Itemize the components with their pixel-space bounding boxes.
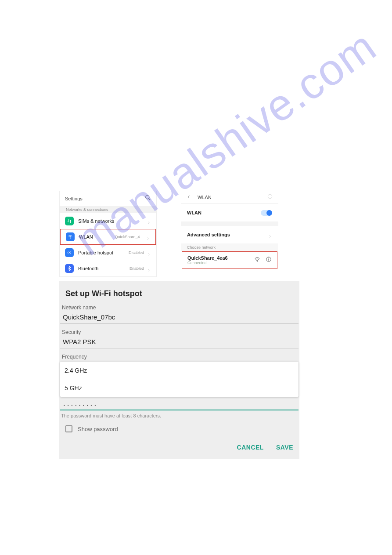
- cancel-button[interactable]: CANCEL: [237, 444, 264, 451]
- network-name-input[interactable]: QuickShare_07bc: [60, 312, 298, 324]
- row-label: Bluetooth: [78, 266, 129, 271]
- dialog-title: Set up Wi-Fi hotspot: [59, 287, 299, 304]
- row-bluetooth[interactable]: Bluetooth Enabled: [60, 261, 156, 276]
- wifi-icon: [66, 232, 75, 241]
- settings-title: Settings: [65, 196, 83, 201]
- frequency-dropdown: 2.4 GHz 5 GHz: [60, 362, 298, 397]
- row-label: Portable hotspot: [78, 250, 129, 255]
- chevron-right-icon: [147, 219, 151, 223]
- hotspot-dialog: Set up Wi-Fi hotspot Network name QuickS…: [59, 281, 299, 459]
- row-value: Disabled: [129, 250, 144, 255]
- advanced-settings-row[interactable]: Advanced settings: [181, 226, 278, 243]
- wlan-toggle-row: WLAN: [181, 204, 278, 221]
- chevron-right-icon: [147, 266, 151, 271]
- password-hint: The password must have at least 8 charac…: [59, 410, 299, 421]
- svg-point-3: [69, 252, 70, 253]
- frequency-option-5[interactable]: 5 GHz: [60, 379, 298, 397]
- svg-point-2: [70, 238, 71, 239]
- password-input[interactable]: •••••••••: [60, 400, 298, 410]
- wlan-toggle[interactable]: [261, 210, 272, 216]
- row-wlan[interactable]: WLAN QuickShare_4...: [60, 229, 156, 245]
- show-password-label: Show password: [78, 426, 118, 432]
- network-info: QuickShare_4ea6 Connected: [187, 255, 254, 265]
- refresh-icon[interactable]: [267, 193, 273, 201]
- svg-point-4: [257, 261, 257, 261]
- network-row[interactable]: QuickShare_4ea6 Connected: [182, 251, 277, 269]
- chevron-right-icon: [268, 232, 272, 237]
- svg-line-1: [149, 199, 151, 200]
- row-value: Enabled: [129, 266, 144, 271]
- security-select[interactable]: WPA2 PSK: [60, 336, 298, 348]
- wifi-signal-icon: [254, 256, 260, 264]
- network-name-label: Network name: [60, 304, 299, 312]
- wlan-panel: WLAN WLAN Advanced settings Choose netwo…: [181, 191, 278, 269]
- row-value: QuickShare_4...: [115, 235, 143, 239]
- wlan-toggle-label: WLAN: [187, 210, 201, 215]
- chevron-right-icon: [147, 250, 151, 255]
- dialog-buttons: CANCEL SAVE: [59, 437, 299, 453]
- svg-point-0: [146, 196, 149, 199]
- settings-header: Settings: [60, 191, 156, 206]
- svg-point-7: [268, 258, 269, 258]
- choose-network-header: Choose network: [181, 243, 278, 251]
- network-name: QuickShare_4ea6: [187, 255, 254, 261]
- show-password-row[interactable]: Show password: [59, 421, 299, 437]
- bluetooth-icon: [65, 264, 74, 273]
- back-icon[interactable]: [186, 193, 191, 201]
- wlan-header: WLAN: [181, 191, 278, 204]
- save-button[interactable]: SAVE: [276, 444, 293, 451]
- search-icon[interactable]: [145, 195, 151, 203]
- divider: [181, 221, 278, 226]
- wlan-title: WLAN: [198, 195, 267, 200]
- show-password-checkbox[interactable]: [65, 425, 72, 432]
- security-label: Security: [60, 328, 299, 336]
- frequency-label: Frequency: [60, 353, 299, 361]
- info-icon[interactable]: [266, 256, 272, 264]
- hotspot-icon: [65, 248, 74, 257]
- frequency-option-24[interactable]: 2.4 GHz: [60, 362, 298, 379]
- row-portable-hotspot[interactable]: Portable hotspot Disabled: [60, 245, 156, 261]
- network-status: Connected: [187, 261, 254, 265]
- advanced-label: Advanced settings: [187, 232, 230, 237]
- chevron-right-icon: [146, 235, 150, 239]
- row-sims-networks[interactable]: SIMs & networks: [60, 213, 156, 229]
- data-transfer-icon: [65, 217, 74, 225]
- section-networks: Networks & connections: [60, 206, 156, 213]
- row-label: WLAN: [79, 234, 115, 239]
- row-label: SIMs & networks: [78, 218, 147, 224]
- settings-panel: Settings Networks & connections SIMs & n…: [59, 191, 157, 277]
